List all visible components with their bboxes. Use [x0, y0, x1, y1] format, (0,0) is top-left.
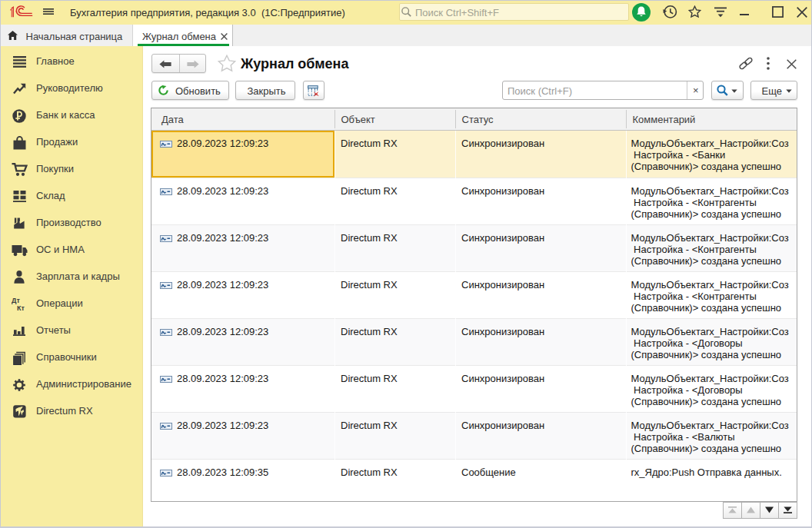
svg-text:Дт: Дт: [12, 297, 20, 304]
svg-text:Кт: Кт: [17, 304, 25, 311]
